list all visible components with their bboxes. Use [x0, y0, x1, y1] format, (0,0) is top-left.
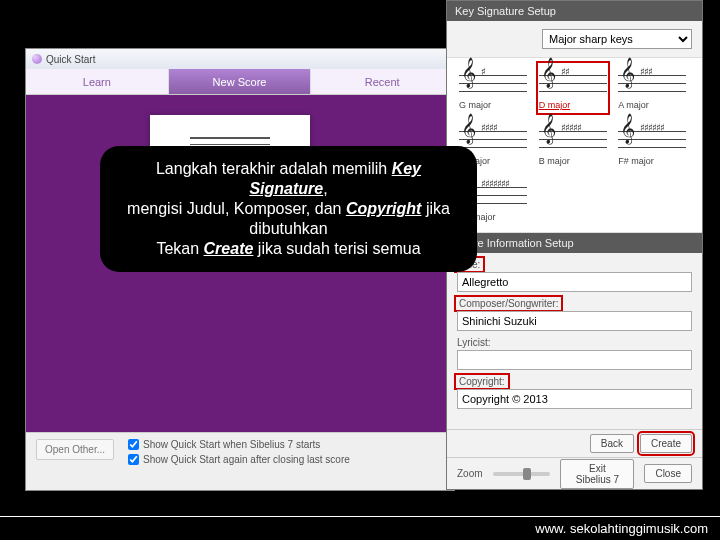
zoom-row: Zoom Exit Sibelius 7 Close — [447, 457, 702, 489]
score-info-header: Score Information Setup — [447, 233, 702, 253]
callout-text: Langkah terakhir adalah memilih — [156, 160, 392, 177]
footer-url: www. sekolahtinggimusik.com — [535, 521, 708, 536]
close-button[interactable]: Close — [644, 464, 692, 483]
check-show-on-start-box[interactable] — [128, 439, 139, 450]
composer-label: Composer/Songwriter: — [457, 298, 560, 309]
instruction-callout: Langkah terakhir adalah memilih Key Sign… — [101, 147, 476, 271]
keysig-g-major[interactable]: ♯G major — [457, 62, 529, 114]
lyricist-label: Lyricist: — [457, 337, 692, 348]
keysig-d-major[interactable]: ♯♯D major — [537, 62, 609, 114]
keysig-grid: ♯G major♯♯D major♯♯♯A major♯♯♯♯E major♯♯… — [447, 57, 702, 233]
quick-start-footer: Open Other... Show Quick Start when Sibe… — [26, 432, 454, 490]
zoom-label: Zoom — [457, 468, 483, 479]
key-type-select[interactable]: Major sharp keys — [542, 29, 692, 49]
tab-learn[interactable]: Learn — [26, 69, 169, 94]
app-icon — [32, 54, 42, 64]
check-show-after-close-label: Show Quick Start again after closing las… — [143, 454, 350, 465]
check-show-on-start[interactable]: Show Quick Start when Sibelius 7 starts — [128, 439, 350, 450]
zoom-slider[interactable] — [493, 472, 551, 476]
check-show-after-close-box[interactable] — [128, 454, 139, 465]
back-button[interactable]: Back — [590, 434, 634, 453]
open-other-button[interactable]: Open Other... — [36, 439, 114, 460]
copyright-label: Copyright: — [457, 376, 507, 387]
title-input[interactable] — [457, 272, 692, 292]
quick-start-titlebar: Quick Start — [26, 49, 454, 69]
create-button[interactable]: Create — [640, 434, 692, 453]
check-show-on-start-label: Show Quick Start when Sibelius 7 starts — [143, 439, 320, 450]
keysig-header: Key Signature Setup — [447, 1, 702, 21]
score-info-form: Title: Composer/Songwriter: Lyricist: Co… — [447, 253, 702, 425]
check-show-after-close[interactable]: Show Quick Start again after closing las… — [128, 454, 350, 465]
keysig-a-major[interactable]: ♯♯♯A major — [616, 62, 688, 114]
wizard-footer: Back Create — [447, 429, 702, 457]
tab-recent[interactable]: Recent — [311, 69, 454, 94]
callout-em2: Copyright — [346, 200, 422, 217]
keysig-f-major[interactable]: ♯♯♯♯♯♯F# major — [616, 118, 688, 170]
callout-em3: Create — [204, 240, 254, 257]
setup-panel: Key Signature Setup Major sharp keys ♯G … — [446, 0, 703, 490]
lyricist-input[interactable] — [457, 350, 692, 370]
exit-button[interactable]: Exit Sibelius 7 — [560, 459, 634, 489]
quick-start-tabs: Learn New Score Recent — [26, 69, 454, 95]
quick-start-title: Quick Start — [46, 54, 95, 65]
keysig-b-major[interactable]: ♯♯♯♯♯B major — [537, 118, 609, 170]
copyright-input[interactable] — [457, 389, 692, 409]
page-footer: www. sekolahtinggimusik.com — [0, 516, 720, 540]
tab-new-score[interactable]: New Score — [169, 69, 312, 94]
composer-input[interactable] — [457, 311, 692, 331]
